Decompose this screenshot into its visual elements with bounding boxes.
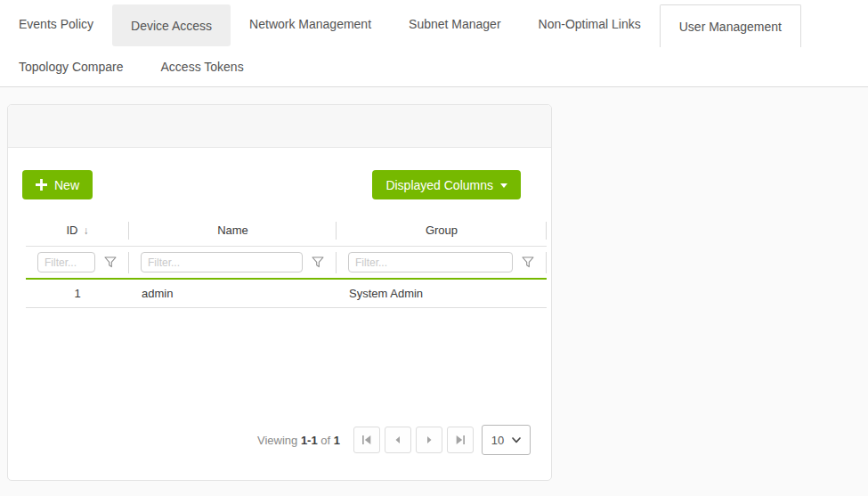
filter-funnel-icon[interactable] (104, 256, 117, 268)
pagination: Viewing 1-1 of 1 10 (8, 425, 531, 455)
column-header-group[interactable]: Group (337, 215, 547, 246)
id-filter-input[interactable] (37, 252, 95, 272)
page-size-select[interactable]: 10 (482, 425, 531, 455)
sort-desc-icon: ↓ (84, 224, 89, 237)
page-background: New Displayed Columns ID ↓ Name (0, 87, 868, 496)
tab-user-management[interactable]: User Management (660, 4, 801, 47)
tab-access-tokens[interactable]: Access Tokens (142, 47, 263, 86)
app-root: Events Policy Device Access Network Mana… (0, 0, 868, 496)
page-size-value: 10 (491, 434, 504, 447)
tab-label: Non-Optimal Links (539, 17, 641, 31)
cell-group: System Admin (337, 287, 547, 300)
card-header (8, 105, 551, 148)
column-label: ID (67, 224, 78, 237)
table-row[interactable]: 1 admin System Admin (26, 280, 547, 308)
tab-label: Events Policy (19, 17, 93, 31)
cell-name: admin (129, 287, 337, 300)
tab-events-policy[interactable]: Events Policy (0, 0, 112, 47)
column-label: Group (426, 224, 458, 237)
tab-topology-compare[interactable]: Topology Compare (0, 47, 142, 86)
tab-bar: Events Policy Device Access Network Mana… (0, 0, 868, 87)
column-label: Name (217, 224, 248, 237)
filter-cell-name (129, 247, 337, 278)
new-button-label: New (54, 178, 79, 192)
filter-cell-group (337, 247, 547, 278)
column-header-id[interactable]: ID ↓ (26, 215, 129, 246)
cell-id: 1 (26, 287, 129, 300)
plus-icon (36, 179, 47, 191)
tab-label: Device Access (131, 19, 212, 33)
tab-label: Network Management (249, 17, 371, 31)
viewing-status: Viewing 1-1 of 1 (257, 434, 340, 447)
next-page-icon (424, 435, 434, 445)
prev-page-button[interactable] (385, 427, 411, 453)
last-page-button[interactable] (447, 427, 474, 453)
viewing-total: 1 (334, 434, 340, 447)
tab-label: Subnet Manager (409, 17, 501, 31)
displayed-columns-label: Displayed Columns (385, 178, 493, 192)
next-page-button[interactable] (416, 427, 442, 453)
tab-label: Topology Compare (19, 60, 124, 74)
tab-row-2: Topology Compare Access Tokens (0, 47, 868, 86)
select-chevron-icon (512, 437, 521, 443)
tab-subnet-manager[interactable]: Subnet Manager (390, 0, 520, 47)
viewing-range: 1-1 (301, 434, 318, 447)
first-page-icon (361, 435, 372, 445)
viewing-label: Viewing (257, 434, 297, 447)
tab-row-1: Events Policy Device Access Network Mana… (0, 0, 868, 47)
last-page-icon (455, 435, 466, 445)
column-header-name[interactable]: Name (129, 215, 337, 246)
users-table: ID ↓ Name Group (26, 215, 547, 425)
filter-funnel-icon[interactable] (522, 256, 534, 268)
prev-page-icon (393, 435, 403, 445)
displayed-columns-button[interactable]: Displayed Columns (372, 170, 521, 199)
name-filter-input[interactable] (141, 252, 303, 272)
tab-network-management[interactable]: Network Management (231, 0, 390, 47)
table-filter-row (26, 247, 547, 278)
group-filter-input[interactable] (348, 252, 513, 272)
user-management-card: New Displayed Columns ID ↓ Name (7, 104, 552, 481)
new-button[interactable]: New (22, 170, 93, 199)
filter-funnel-icon[interactable] (312, 256, 324, 268)
of-label: of (320, 434, 330, 447)
tab-label: User Management (679, 20, 782, 34)
tab-device-access[interactable]: Device Access (112, 4, 231, 46)
toolbar: New Displayed Columns (22, 170, 521, 199)
caret-down-icon (500, 183, 507, 188)
table-header-row: ID ↓ Name Group (26, 215, 547, 247)
filter-cell-id (26, 247, 129, 278)
tab-label: Access Tokens (161, 60, 244, 74)
table-empty-space (26, 308, 547, 425)
tab-non-optimal-links[interactable]: Non-Optimal Links (520, 0, 660, 47)
first-page-button[interactable] (353, 427, 380, 453)
